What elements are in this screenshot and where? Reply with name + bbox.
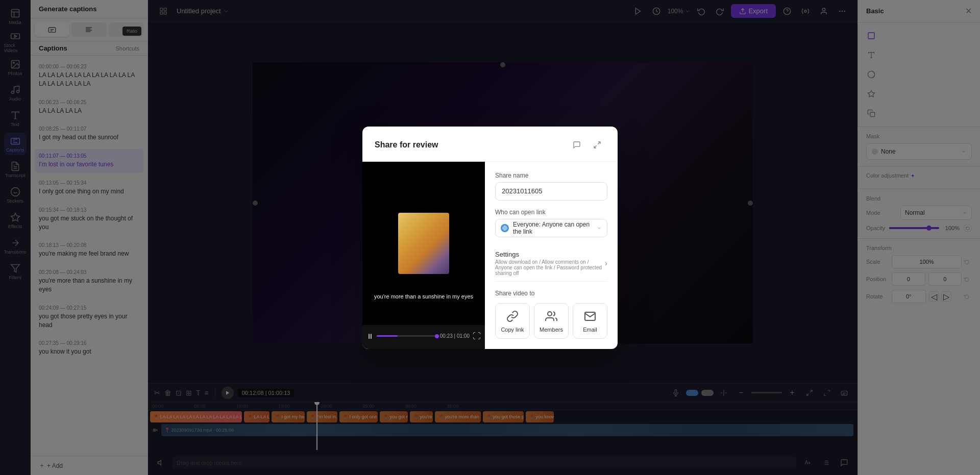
modal-form: Share name Who can open link Everyone: A… [485,162,618,349]
modal-header: Share for review [362,127,618,162]
who-can-open-label: Who can open link [495,209,607,216]
svg-point-60 [548,312,552,316]
who-can-open-dropdown[interactable]: Everyone: Anyone can open the link [495,219,607,237]
modal-body: you're more than a sunshine in my eyes ⏸… [362,162,618,349]
comment-icon[interactable] [569,137,585,153]
share-name-label: Share name [495,172,607,179]
share-buttons: Copy link Members [495,303,607,339]
share-name-input[interactable] [495,182,607,201]
share-modal: Share for review you're more th [362,127,618,349]
modal-video-content: you're more than a sunshine in my eyes [362,162,485,325]
settings-detail: Allow download on / Allow comments on / … [495,259,605,276]
svg-line-57 [594,145,597,148]
globe-icon [501,224,509,232]
members-icon [544,309,558,323]
settings-row[interactable]: Settings Allow download on / Allow comme… [495,245,607,282]
video-subtitle: you're more than a sunshine in my eyes [362,293,485,299]
who-can-open-group: Who can open link Everyone: Anyone can o… [495,209,607,237]
share-name-group: Share name [495,172,607,201]
share-to-label: Share video to [495,290,607,297]
settings-chevron-icon: › [605,259,607,267]
video-progress-bar[interactable] [377,335,437,337]
video-thumbnail [398,213,449,274]
modal-header-icons [569,137,605,153]
video-time-display: 00:23 | 01:00 [440,333,470,339]
svg-line-56 [598,142,600,144]
email-icon [583,309,597,323]
modal-overlay[interactable]: Share for review you're more th [0,0,980,475]
chevron-down-icon [597,226,602,231]
email-button[interactable]: Email [573,303,607,339]
video-controls: ⏸ 00:23 | 01:00 ⛶ [362,325,485,347]
fullscreen-icon[interactable] [589,137,605,153]
link-icon [505,309,520,323]
settings-label: Settings [495,251,605,258]
fullscreen-video-icon[interactable]: ⛶ [473,332,481,341]
video-progress-fill [377,335,398,337]
members-button[interactable]: Members [534,303,569,339]
modal-title: Share for review [375,140,569,149]
pause-button[interactable]: ⏸ [366,332,374,340]
progress-dot [435,334,439,338]
copy-link-button[interactable]: Copy link [495,303,530,339]
modal-video-preview: you're more than a sunshine in my eyes ⏸… [362,162,485,349]
share-to-section: Share video to Copy link [495,290,607,339]
